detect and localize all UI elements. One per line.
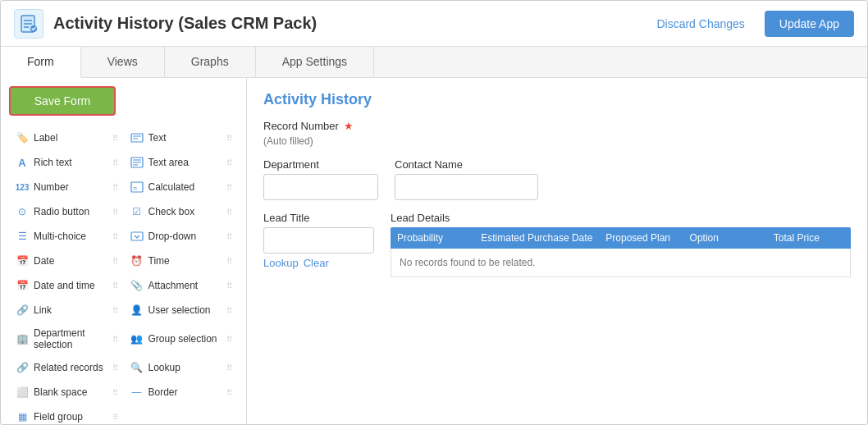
related-records-icon: 🔗 [15,360,30,375]
field-type-grid: 🏷️ Label ⠿ Text ⠿ A Rich text ⠿ [9,126,238,424]
lead-title-group: Lead Title Lookup Clear [263,212,374,269]
tab-form[interactable]: Form [1,47,81,78]
record-number-label: Record Number ★ [263,120,851,132]
dropdown-icon [130,229,144,244]
clear-button[interactable]: Clear [304,257,329,269]
department-field-group: Department [263,158,378,200]
tab-views[interactable]: Views [81,47,165,77]
field-type-rich-text[interactable]: A Rich text ⠿ [9,150,124,175]
field-label-text: Label [34,132,57,144]
lead-row: Lead Title Lookup Clear Lead Details Pro… [263,212,851,277]
field-type-attachment[interactable]: 📎 Attachment ⠿ [124,273,239,298]
lead-details-group: Lead Details Probability Estimated Purch… [391,212,851,277]
datetime-icon: 📅 [15,278,30,293]
page-title: Activity History (Sales CRM Pack) [53,14,646,33]
time-icon: ⏰ [130,254,144,268]
field-type-calculated[interactable]: = Calculated ⠿ [124,175,239,199]
field-type-text-area[interactable]: Text area ⠿ [124,150,239,175]
date-icon: 📅 [15,254,30,268]
field-type-text[interactable]: Text ⠿ [124,126,239,150]
field-type-lookup[interactable]: 🔍 Lookup ⠿ [124,355,239,380]
number-icon: 123 [15,180,30,194]
form-canvas: Activity History Record Number ★ (Auto f… [247,78,867,424]
field-type-number[interactable]: 123 Number ⠿ [9,175,124,199]
field-type-datetime[interactable]: 📅 Date and time ⠿ [9,273,124,298]
field-type-dropdown[interactable]: Drop-down ⠿ [124,224,239,249]
blank-space-icon: ⬜ [15,385,30,400]
svg-rect-14 [131,232,143,240]
field-type-date[interactable]: 📅 Date ⠿ [9,249,124,273]
department-label: Department [263,158,378,171]
save-form-button[interactable]: Save Form [9,86,116,116]
lookup-button[interactable]: Lookup [263,257,299,269]
multi-choice-icon: ☰ [15,229,30,244]
field-type-label[interactable]: 🏷️ Label ⠿ [9,126,124,150]
main-content: Save Form 🏷️ Label ⠿ Text ⠿ A [1,78,867,424]
col-probability: Probability [391,227,474,249]
header: Activity History (Sales CRM Pack) Discar… [1,1,867,47]
contact-name-input[interactable] [395,174,538,200]
lead-table-body: No records found to be related. [391,249,851,277]
border-icon: — [130,385,144,400]
calculated-icon: = [130,180,144,194]
form-title: Activity History [263,91,851,108]
app-window: Activity History (Sales CRM Pack) Discar… [0,0,868,425]
label-icon: 🏷️ [15,130,30,145]
lookup-clear-bar: Lookup Clear [263,257,374,269]
no-records-message: No records found to be related. [400,257,535,268]
field-type-field-group[interactable]: ▦ Field group ⠿ [9,404,124,424]
department-icon: 🏢 [15,331,30,346]
lead-table-header: Probability Estimated Purchase Date Prop… [391,227,851,249]
tab-graphs[interactable]: Graphs [165,47,256,77]
discard-changes-button[interactable]: Discard Changes [646,12,754,35]
record-number-section: Record Number ★ (Auto filled) [263,120,851,147]
text-area-icon [130,155,144,170]
field-type-checkbox[interactable]: ☑ Check box ⠿ [124,199,239,224]
field-type-department[interactable]: 🏢 Department selection ⠿ [9,322,124,355]
svg-text:=: = [133,184,137,192]
col-proposed-plan: Proposed Plan [599,227,683,249]
field-type-multi-choice[interactable]: ☰ Multi-choice ⠿ [9,224,124,249]
lead-title-input[interactable] [263,227,374,254]
contact-name-label: Contact Name [395,158,538,171]
field-type-border[interactable]: — Border ⠿ [124,380,239,404]
department-contact-row: Department Contact Name [263,158,851,200]
required-indicator: ★ [344,120,354,132]
rich-text-icon: A [15,155,30,170]
department-input[interactable] [263,174,378,200]
text-icon [130,130,144,145]
auto-filled-text: (Auto filled) [263,135,851,147]
col-option: Option [683,227,767,249]
radio-icon: ⊙ [15,204,30,219]
group-selection-icon: 👥 [130,331,144,346]
field-type-group-selection[interactable]: 👥 Group selection ⠿ [124,322,239,355]
link-icon: 🔗 [15,303,30,318]
field-type-empty [124,404,239,424]
lookup-icon: 🔍 [130,360,144,375]
tab-app-settings[interactable]: App Settings [256,47,374,77]
field-type-link[interactable]: 🔗 Link ⠿ [9,298,124,322]
field-type-blank-space[interactable]: ⬜ Blank space ⠿ [9,380,124,404]
field-type-time[interactable]: ⏰ Time ⠿ [124,249,239,273]
update-app-button[interactable]: Update App [765,11,854,37]
attachment-icon: 📎 [130,278,144,293]
app-icon [14,9,43,39]
col-total-price: Total Price [767,227,851,249]
field-group-icon: ▦ [15,409,30,424]
contact-name-field-group: Contact Name [395,158,538,200]
field-type-user-selection[interactable]: 👤 User selection ⠿ [124,298,239,322]
tabs-bar: Form Views Graphs App Settings [1,47,867,78]
svg-rect-5 [131,134,143,142]
field-type-radio[interactable]: ⊙ Radio button ⠿ [9,199,124,224]
field-sidebar: Save Form 🏷️ Label ⠿ Text ⠿ A [1,78,247,424]
field-type-related-records[interactable]: 🔗 Related records ⠿ [9,355,124,380]
user-selection-icon: 👤 [130,303,144,318]
lead-title-label: Lead Title [263,212,374,224]
checkbox-icon: ☑ [130,204,144,219]
lead-details-label: Lead Details [391,212,851,224]
col-estimated-purchase-date: Estimated Purchase Date [474,227,599,249]
